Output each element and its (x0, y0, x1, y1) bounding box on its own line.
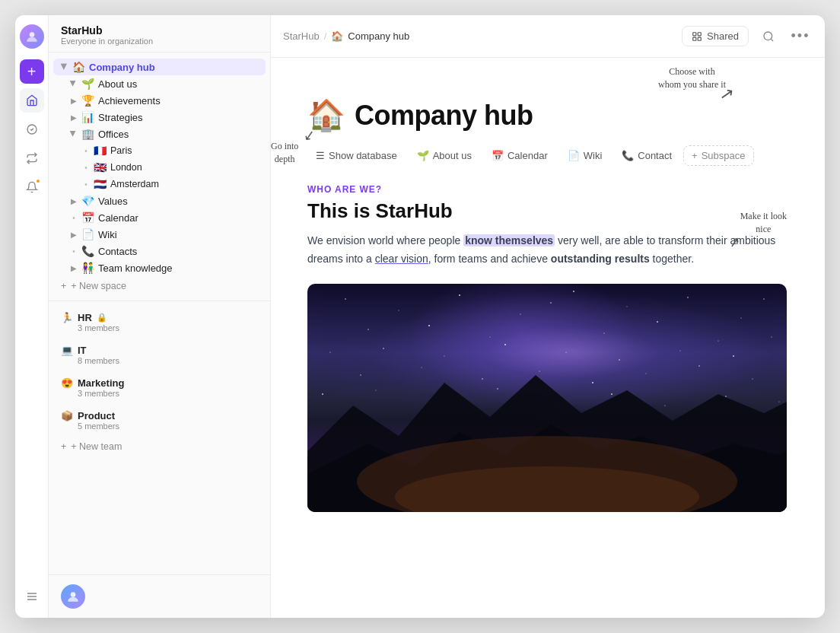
chevron-icon: ▶ (68, 262, 79, 273)
strategies-icon: 📊 (81, 111, 94, 123)
db-icon: ☰ (316, 150, 325, 161)
svg-point-23 (550, 302, 552, 304)
breadcrumb-current: Company hub (348, 30, 409, 42)
shared-button[interactable]: Shared (682, 26, 749, 46)
chevron-icon: ▶ (68, 78, 79, 89)
svg-point-35 (733, 355, 734, 357)
hr-members: 3 members (61, 323, 258, 332)
bold-highlight-1: know themselves (463, 234, 555, 247)
breadcrumb-icon: 🏠 (331, 30, 343, 42)
company-hub-label: Company hub (89, 62, 259, 73)
notification-icon[interactable] (20, 175, 44, 199)
svg-point-17 (627, 306, 628, 307)
section-text: We envision world where people know them… (307, 232, 788, 269)
check-icon[interactable] (20, 117, 44, 142)
svg-point-10 (764, 32, 772, 40)
sync-icon[interactable] (20, 146, 44, 170)
menu-icon[interactable] (20, 584, 44, 609)
product-members: 5 members (61, 421, 258, 431)
sidebar-item-calendar[interactable]: 📅 Calendar (53, 209, 266, 226)
add-tab-icon: + (692, 150, 698, 161)
sidebar-item-offices[interactable]: ▶ 🏢 Offices (53, 126, 266, 142)
new-team-label: + New team (71, 441, 122, 452)
svg-point-52 (725, 396, 727, 397)
svg-point-16 (573, 291, 574, 292)
svg-point-41 (592, 382, 593, 383)
sidebar-item-achievements[interactable]: ▶ 🏆 Achievements (53, 92, 266, 109)
bottom-avatar[interactable] (61, 584, 85, 609)
svg-point-20 (368, 329, 368, 329)
achievements-icon: 🏆 (81, 94, 94, 107)
sidebar-item-about-us[interactable]: ▶ 🌱 About us (53, 75, 266, 92)
london-flag-icon: 🇬🇧 (94, 161, 107, 173)
svg-point-50 (611, 393, 612, 395)
sidebar-team-product[interactable]: 📦 Product 5 members (53, 406, 266, 435)
tab-show-database[interactable]: ☰ Show database (307, 145, 406, 166)
more-options-icon[interactable]: ••• (788, 24, 813, 49)
svg-point-42 (646, 373, 647, 374)
tab-calendar[interactable]: 📅 Calendar (483, 145, 556, 166)
paris-label: Paris (110, 145, 259, 156)
values-label: Values (98, 196, 259, 207)
tab-bar: ☰ Show database 🌱 About us 📅 Calendar 📄 … (307, 145, 788, 166)
sidebar-team-hr[interactable]: 🏃 HR 🔒 3 members (53, 307, 266, 337)
company-hub-icon: 🏠 (72, 61, 85, 73)
contact-tab-icon: 📞 (622, 150, 634, 161)
sidebar-item-values[interactable]: ▶ 💎 Values (53, 192, 266, 209)
amsterdam-flag-icon: 🇳🇱 (94, 178, 107, 190)
svg-point-14 (459, 294, 460, 296)
sidebar-item-london[interactable]: 🇬🇧 London (53, 159, 266, 176)
sidebar-item-team-knowledge[interactable]: ▶ 👫 Team knowledge (53, 259, 266, 276)
sidebar-item-wiki[interactable]: ▶ 📄 Wiki (53, 226, 266, 243)
svg-point-44 (752, 378, 752, 379)
tab-about-us[interactable]: 🌱 About us (409, 145, 480, 166)
chevron-icon: ▶ (68, 196, 79, 206)
page-title-row: 🏠 Company hub (307, 97, 788, 133)
svg-point-21 (428, 324, 430, 326)
tab-contact[interactable]: 📞 Contact (613, 145, 680, 166)
tab-add-subspace[interactable]: + Subspace (683, 145, 753, 166)
org-name: StarHub (61, 24, 258, 37)
team-knowledge-label: Team knowledge (98, 262, 259, 274)
strategies-label: Strategies (98, 112, 259, 123)
icon-bar: + (15, 15, 49, 618)
sidebar-team-it[interactable]: 💻 IT 8 members (53, 340, 266, 370)
org-sub: Everyone in organization (61, 37, 258, 46)
svg-point-40 (539, 371, 539, 371)
sidebar-item-paris[interactable]: 🇫🇷 Paris (53, 142, 266, 159)
tab-wiki[interactable]: 📄 Wiki (559, 145, 611, 166)
svg-point-48 (497, 388, 498, 390)
home-icon[interactable] (20, 88, 44, 113)
svg-point-27 (763, 298, 764, 299)
search-icon[interactable] (756, 24, 781, 49)
it-team-name: 💻 IT (61, 345, 258, 356)
sidebar-team-marketing[interactable]: 😍 Marketing 3 members (53, 373, 266, 402)
about-us-label: About us (98, 78, 259, 90)
sidebar-item-strategies[interactable]: ▶ 📊 Strategies (53, 109, 266, 126)
contacts-icon: 📞 (81, 245, 94, 257)
svg-point-24 (603, 332, 604, 333)
user-avatar[interactable] (20, 24, 44, 49)
svg-point-15 (520, 313, 520, 314)
marketing-icon: 😍 (61, 377, 73, 389)
new-space-button[interactable]: + + New space (53, 278, 266, 294)
chevron-icon: ▶ (68, 129, 79, 139)
product-team-name: 📦 Product (61, 410, 258, 421)
svg-point-19 (740, 317, 741, 318)
sidebar-body: ▶ 🏠 Company hub ▶ 🌱 About us ▶ 🏆 Achieve… (49, 52, 270, 574)
bullet-icon (81, 162, 91, 173)
new-team-button[interactable]: + + New team (53, 438, 266, 455)
hr-icon: 🏃 (61, 312, 73, 323)
sidebar-item-contacts[interactable]: 📞 Contacts (53, 243, 266, 259)
paris-flag-icon: 🇫🇷 (94, 145, 107, 157)
bullet-icon (81, 145, 91, 156)
new-space-label: + New space (71, 281, 126, 291)
svg-point-5 (71, 592, 76, 597)
svg-point-36 (771, 336, 772, 337)
new-button[interactable]: + (20, 59, 44, 84)
svg-point-38 (422, 367, 422, 367)
plus-icon: + (61, 441, 66, 452)
sidebar-item-amsterdam[interactable]: 🇳🇱 Amsterdam (53, 176, 266, 192)
offices-label: Offices (98, 129, 259, 140)
sidebar-item-company-hub[interactable]: ▶ 🏠 Company hub (53, 59, 266, 75)
